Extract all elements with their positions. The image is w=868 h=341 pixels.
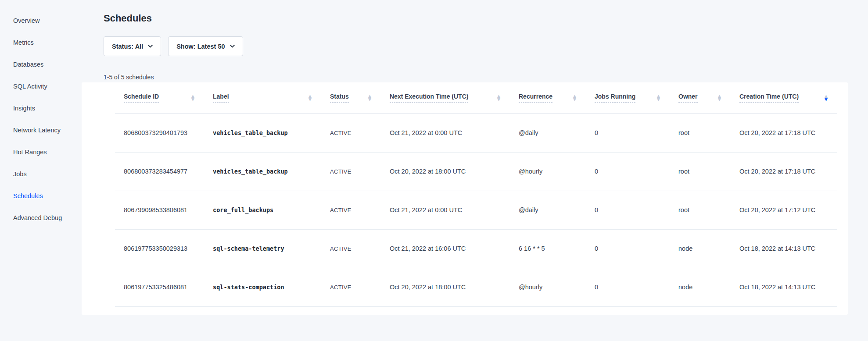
schedule-label-cell: vehicles_table_backup: [204, 152, 321, 191]
schedule-id-cell: 806799098533806081: [115, 191, 204, 229]
sidebar-item-schedules[interactable]: Schedules: [0, 185, 82, 207]
app-root: Overview Metrics Databases SQL Activity …: [0, 0, 868, 341]
owner-cell: node: [670, 229, 731, 268]
recurrence-cell: @daily: [510, 114, 586, 152]
jobs-running-cell: 0: [586, 229, 670, 268]
table-row: 806800373290401793 vehicles_table_backup…: [115, 114, 837, 152]
recurrence-cell: @hourly: [510, 152, 586, 191]
table-row: 806799098533806081 core_full_backups ACT…: [115, 191, 837, 229]
sort-icon[interactable]: ▲▼: [825, 95, 828, 101]
column-label: Label: [213, 93, 229, 103]
column-header-label[interactable]: Label ▲▼: [204, 82, 321, 114]
column-label: Jobs Running: [595, 93, 635, 103]
column-header-schedule-id[interactable]: Schedule ID ▲▼: [115, 82, 204, 114]
column-header-next-execution-time[interactable]: Next Execution Time (UTC) ▲▼: [381, 82, 510, 114]
sort-icon[interactable]: ▲▼: [657, 95, 660, 101]
sidebar: Overview Metrics Databases SQL Activity …: [0, 0, 82, 341]
column-label: Recurrence: [519, 93, 552, 103]
sidebar-item-network-latency[interactable]: Network Latency: [0, 119, 82, 141]
sidebar-item-overview[interactable]: Overview: [0, 10, 82, 32]
schedule-label-cell: sql-schema-telemetry: [204, 229, 321, 268]
jobs-running-cell: 0: [586, 114, 670, 152]
owner-cell: node: [670, 268, 731, 306]
column-label: Schedule ID: [124, 93, 159, 103]
schedule-label-cell: sql-stats-compaction: [204, 268, 321, 306]
chevron-down-icon: [230, 45, 235, 48]
sidebar-item-hot-ranges[interactable]: Hot Ranges: [0, 141, 82, 163]
status-cell: ACTIVE: [321, 191, 381, 229]
sidebar-item-metrics[interactable]: Metrics: [0, 32, 82, 53]
column-label: Status: [330, 93, 349, 103]
creation-time-cell: Oct 20, 2022 at 17:18 UTC: [731, 114, 837, 152]
sidebar-item-databases[interactable]: Databases: [0, 53, 82, 75]
recurrence-cell: @hourly: [510, 268, 586, 306]
owner-cell: root: [670, 152, 731, 191]
creation-time-cell: Oct 18, 2022 at 14:13 UTC: [731, 229, 837, 268]
table-row: 806197753325486081 sql-stats-compaction …: [115, 268, 837, 306]
next-execution-cell: Oct 20, 2022 at 18:00 UTC: [381, 268, 510, 306]
next-execution-cell: Oct 21, 2022 at 0:00 UTC: [381, 114, 510, 152]
column-label: Owner: [678, 93, 698, 103]
table-header-row: Schedule ID ▲▼ Label ▲▼: [115, 82, 837, 114]
creation-time-cell: Oct 20, 2022 at 17:18 UTC: [731, 152, 837, 191]
recurrence-cell: 6 16 * * 5: [510, 229, 586, 268]
sort-icon[interactable]: ▲▼: [308, 95, 312, 101]
status-cell: ACTIVE: [321, 229, 381, 268]
creation-time-cell: Oct 20, 2022 at 17:12 UTC: [731, 191, 837, 229]
schedules-table: Schedule ID ▲▼ Label ▲▼: [115, 82, 837, 307]
sidebar-item-jobs[interactable]: Jobs: [0, 163, 82, 185]
owner-cell: root: [670, 114, 731, 152]
schedule-label-cell: core_full_backups: [204, 191, 321, 229]
sort-icon[interactable]: ▲▼: [368, 95, 371, 101]
filter-bar: Status: All Show: Latest 50: [104, 36, 848, 56]
sidebar-item-insights[interactable]: Insights: [0, 97, 82, 119]
chevron-down-icon: [148, 45, 153, 48]
jobs-running-cell: 0: [586, 152, 670, 191]
results-count: 1-5 of 5 schedules: [104, 73, 848, 82]
schedules-table-card: Schedule ID ▲▼ Label ▲▼: [82, 82, 848, 315]
column-header-creation-time[interactable]: Creation Time (UTC) ▲▼: [731, 82, 837, 114]
sidebar-item-sql-activity[interactable]: SQL Activity: [0, 75, 82, 97]
table-row: 806800373283454977 vehicles_table_backup…: [115, 152, 837, 191]
main-content: Schedules Status: All Show: Latest 50 1-…: [82, 0, 868, 341]
sidebar-item-advanced-debug[interactable]: Advanced Debug: [0, 207, 82, 229]
column-header-status[interactable]: Status ▲▼: [321, 82, 381, 114]
schedule-id-cell: 806197753325486081: [115, 268, 204, 306]
show-latest-label: Show: Latest 50: [176, 43, 225, 50]
schedule-id-cell: 806197753350029313: [115, 229, 204, 268]
next-execution-cell: Oct 20, 2022 at 18:00 UTC: [381, 152, 510, 191]
creation-time-cell: Oct 18, 2022 at 14:13 UTC: [731, 268, 837, 306]
status-cell: ACTIVE: [321, 152, 381, 191]
next-execution-cell: Oct 21, 2022 at 0:00 UTC: [381, 191, 510, 229]
column-label: Next Execution Time (UTC): [390, 93, 468, 103]
page-title: Schedules: [104, 12, 848, 25]
status-filter-label: Status: All: [112, 43, 143, 50]
column-label: Creation Time (UTC): [739, 93, 799, 103]
sort-icon[interactable]: ▲▼: [573, 95, 576, 101]
status-filter-dropdown[interactable]: Status: All: [104, 36, 161, 56]
schedule-label-cell: vehicles_table_backup: [204, 114, 321, 152]
recurrence-cell: @daily: [510, 191, 586, 229]
show-latest-dropdown[interactable]: Show: Latest 50: [168, 36, 243, 56]
owner-cell: root: [670, 191, 731, 229]
status-cell: ACTIVE: [321, 268, 381, 306]
next-execution-cell: Oct 21, 2022 at 16:06 UTC: [381, 229, 510, 268]
column-header-owner[interactable]: Owner ▲▼: [670, 82, 731, 114]
schedule-id-cell: 806800373290401793: [115, 114, 204, 152]
column-header-recurrence[interactable]: Recurrence ▲▼: [510, 82, 586, 114]
schedule-id-cell: 806800373283454977: [115, 152, 204, 191]
status-cell: ACTIVE: [321, 114, 381, 152]
table-row: 806197753350029313 sql-schema-telemetry …: [115, 229, 837, 268]
sort-icon[interactable]: ▲▼: [497, 95, 500, 101]
sort-icon[interactable]: ▲▼: [718, 95, 721, 101]
jobs-running-cell: 0: [586, 191, 670, 229]
sort-icon[interactable]: ▲▼: [191, 95, 194, 101]
column-header-jobs-running[interactable]: Jobs Running ▲▼: [586, 82, 670, 114]
jobs-running-cell: 0: [586, 268, 670, 306]
